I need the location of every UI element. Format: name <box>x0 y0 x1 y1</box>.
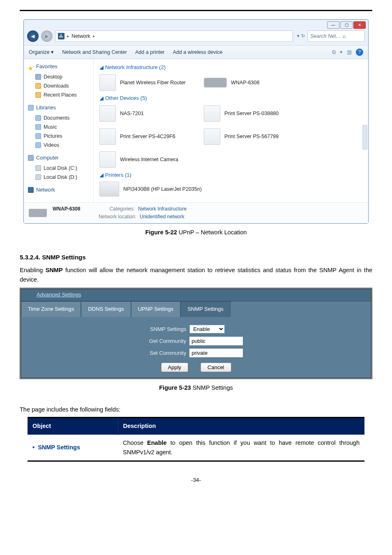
search-icon: ⌕ <box>343 32 346 40</box>
sidebar-downloads[interactable]: Downloads <box>28 81 91 90</box>
preview-pane-icon[interactable]: ▥ <box>347 48 352 56</box>
nav-back-button[interactable]: ◄ <box>27 30 39 42</box>
view-dropdown-icon[interactable]: ▾ <box>340 48 343 56</box>
win7-explorer-window: — ▢ ✕ ◄ ► 🖧 ▸ Network ▸ ▾ ↻ Search Net..… <box>23 19 369 224</box>
device-ps-038880[interactable]: Print Server PS-038880 <box>204 105 298 122</box>
tab-ddns[interactable]: DDNS Settings <box>81 301 131 317</box>
nav-sidebar: ★Favorites Desktop Downloads Recent Plac… <box>24 59 94 202</box>
tabs-bar: Time Zone Settings DDNS Settings UPNP Se… <box>21 301 371 317</box>
folder-icon <box>35 92 41 98</box>
breadcrumb-chevron-icon: ▸ <box>67 33 69 39</box>
device-hp-laserjet[interactable]: NPI3430B8 (HP LaserJet P2035n) <box>99 182 202 197</box>
categories-label: Categories: <box>90 205 135 213</box>
figure-2-label: Figure 5-23 <box>159 384 191 391</box>
sidebar-network[interactable]: Network <box>28 186 91 194</box>
network-icon <box>28 187 34 193</box>
search-input[interactable]: Search Net... ⌕ <box>307 30 365 42</box>
sidebar-documents[interactable]: Documents <box>28 113 91 123</box>
toolbar: Organize ▾ Network and Sharing Center Ad… <box>24 45 368 59</box>
body-paragraph: Enabling SNMP function will allow the ne… <box>20 266 372 284</box>
router-icon <box>99 74 116 91</box>
pictures-icon <box>35 133 41 139</box>
device-wireless-camera[interactable]: Wireless Internet Camera <box>99 151 194 168</box>
libraries-icon <box>28 105 34 111</box>
nav-forward-button[interactable]: ► <box>41 30 53 42</box>
organize-menu[interactable]: Organize ▾ <box>29 48 54 56</box>
group-other-devices: Other Devices (5) <box>105 95 147 101</box>
details-pane: WNAP-6308 Categories:Network Infrastruct… <box>24 202 368 223</box>
group-infrastructure: Network Infrastructure (2) <box>105 64 166 70</box>
disk-icon <box>35 174 41 180</box>
set-community-input[interactable] <box>189 349 243 357</box>
device-fiber-router[interactable]: Planet Wireless Fiber Router <box>99 74 194 91</box>
device-ps-4c29f6[interactable]: Print Server PS-4C29F6 <box>99 128 194 145</box>
network-icon: 🖧 <box>58 33 65 39</box>
scrollbar-handle[interactable] <box>362 125 367 150</box>
figure-1-title: UPnP – Network Location <box>177 229 247 236</box>
folder-icon <box>35 83 41 89</box>
sidebar-music[interactable]: Music <box>28 123 91 132</box>
desktop-icon <box>35 74 41 80</box>
address-bar[interactable]: 🖧 ▸ Network ▸ <box>55 30 293 42</box>
collapse-icon[interactable]: ◢ <box>99 172 104 178</box>
breadcrumb-text: Network <box>71 32 90 40</box>
tab-time-zone[interactable]: Time Zone Settings <box>21 301 81 317</box>
device-icon <box>99 151 116 168</box>
sidebar-favorites[interactable]: ★Favorites <box>28 62 91 71</box>
sidebar-disk-d[interactable]: Local Disk (D:) <box>28 173 91 182</box>
sidebar-recent-places[interactable]: Recent Places <box>28 90 91 99</box>
fields-intro: The page includes the following fields: <box>20 405 372 414</box>
disk-icon <box>35 165 41 171</box>
sidebar-pictures[interactable]: Pictures <box>28 132 91 141</box>
router-icon <box>204 78 227 88</box>
page-number: -34- <box>20 476 372 485</box>
get-community-input[interactable] <box>189 337 243 345</box>
help-icon[interactable]: ? <box>356 49 363 56</box>
figure-2-title: SNMP Settings <box>191 384 233 391</box>
add-printer-link[interactable]: Add a printer <box>135 48 165 56</box>
address-dropdown-icon[interactable]: ▾ <box>297 32 300 40</box>
apply-button[interactable]: Apply <box>161 363 189 372</box>
window-close-button[interactable]: ✕ <box>353 21 366 29</box>
description-snmp-settings: Choose Enable to open this function if y… <box>118 435 364 461</box>
sidebar-libraries[interactable]: Libraries <box>28 104 91 112</box>
tab-upnp[interactable]: UPNP Settings <box>131 301 180 317</box>
device-nas-7201[interactable]: NAS-7201 <box>99 105 194 122</box>
refresh-icon[interactable]: ↻ <box>301 32 305 40</box>
snmp-settings-select[interactable]: Enable <box>189 325 225 333</box>
group-printers: Printers (1) <box>105 172 131 178</box>
videos-icon <box>35 142 41 148</box>
advanced-settings-breadcrumb[interactable]: Advanced Settings <box>37 291 81 298</box>
sidebar-desktop[interactable]: Desktop <box>28 72 91 81</box>
col-object-header: Object <box>28 418 118 435</box>
documents-icon <box>35 115 41 121</box>
network-sharing-center-link[interactable]: Network and Sharing Center <box>62 48 127 56</box>
tab-snmp[interactable]: SNMP Settings <box>180 301 231 317</box>
device-icon <box>99 128 116 145</box>
sidebar-disk-c[interactable]: Local Disk (C:) <box>28 164 91 173</box>
set-community-label: Set Community <box>149 348 186 358</box>
computer-icon <box>28 155 34 161</box>
snmp-settings-label: SNMP Settings <box>149 324 186 334</box>
object-snmp-settings: • SNMP Settings <box>28 435 118 461</box>
sidebar-computer[interactable]: Computer <box>28 154 91 162</box>
categories-value: Network Infrastructure <box>138 205 187 213</box>
add-wireless-device-link[interactable]: Add a wireless device <box>173 48 223 56</box>
content-pane: ◢ Network Infrastructure (2) Planet Wire… <box>94 59 368 202</box>
window-maximize-button[interactable]: ▢ <box>340 21 353 29</box>
search-placeholder: Search Net... <box>310 32 340 40</box>
device-icon <box>99 105 116 122</box>
collapse-icon[interactable]: ◢ <box>99 95 104 101</box>
cancel-button[interactable]: Cancel <box>201 363 231 372</box>
printer-icon <box>99 182 119 197</box>
collapse-icon[interactable]: ◢ <box>99 64 104 70</box>
selected-device-name: WNAP-6308 <box>53 205 80 213</box>
sidebar-videos[interactable]: Videos <box>28 141 91 150</box>
device-ps-567799[interactable]: Print Server PS-567799 <box>204 128 298 145</box>
device-wnap-6308[interactable]: WNAP-6308 <box>204 74 298 91</box>
snmp-settings-panel: Advanced Settings Time Zone Settings DDN… <box>20 288 372 379</box>
window-minimize-button[interactable]: — <box>327 21 339 29</box>
star-icon: ★ <box>28 64 34 69</box>
get-community-label: Get Community <box>149 336 186 346</box>
view-mode-icon[interactable]: ⧉ <box>332 48 336 56</box>
